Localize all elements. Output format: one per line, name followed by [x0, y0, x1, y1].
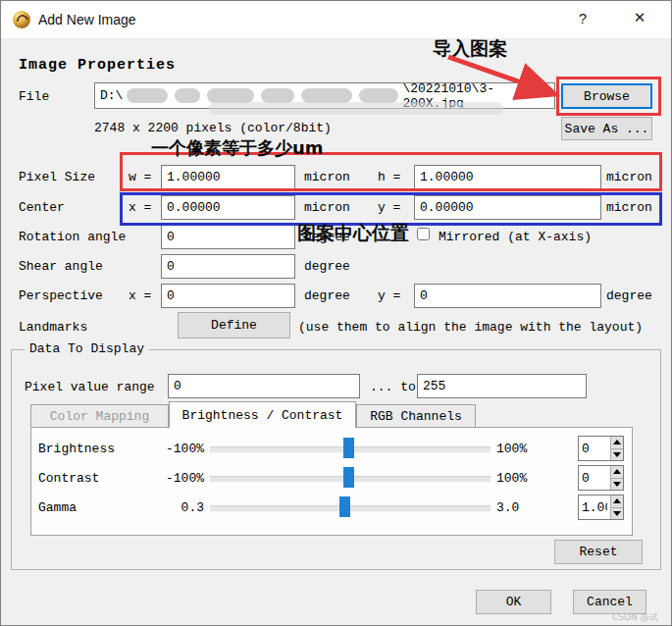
spin-up-button[interactable] — [611, 437, 623, 449]
reset-button[interactable]: Reset — [554, 540, 643, 564]
center-label: Center — [19, 200, 65, 215]
center-x-input[interactable] — [161, 195, 295, 220]
define-button[interactable]: Define — [178, 312, 290, 339]
contrast-min-label: -100% — [148, 471, 204, 486]
landmarks-hint: (use them to align the image with the la… — [298, 320, 643, 335]
titlebar: Add New Image ? ✕ — [1, 1, 671, 39]
image-size-info: 2748 x 2200 pixels (color/8bit) — [94, 121, 332, 135]
redaction-blob — [207, 88, 254, 103]
close-icon[interactable]: ✕ — [629, 9, 650, 30]
file-label: File — [19, 89, 49, 104]
pixel-size-h-input[interactable] — [414, 165, 601, 189]
mirrored-label: Mirrored (at X-axis) — [439, 230, 592, 244]
pixel-value-range-label: Pixel value range — [25, 380, 155, 394]
redaction-blob — [175, 88, 200, 103]
help-button[interactable]: ? — [573, 10, 593, 29]
perspective-x-input[interactable] — [161, 284, 295, 308]
brightness-max-label: 100% — [496, 442, 527, 456]
spin-down-button[interactable] — [611, 449, 623, 461]
pixel-size-w-input[interactable] — [161, 165, 295, 189]
perspective-x-unit: degree — [304, 288, 350, 303]
pixel-size-w-prefix: w = — [129, 170, 151, 184]
contrast-spinner[interactable] — [578, 465, 624, 491]
perspective-y-prefix: y = — [378, 288, 400, 303]
perspective-y-input[interactable] — [414, 284, 601, 308]
landmarks-label: Landmarks — [19, 320, 87, 335]
gamma-min-label: 0.3 — [148, 500, 204, 515]
perspective-y-unit: degree — [606, 288, 652, 303]
contrast-label: Contrast — [38, 471, 99, 486]
perspective-x-prefix: x = — [129, 288, 151, 303]
tab-color-mapping[interactable]: Color Mapping — [30, 404, 169, 428]
redaction-blob — [261, 88, 294, 103]
center-x-unit: micron — [304, 200, 350, 215]
center-x-prefix: x = — [129, 200, 151, 215]
pixel-size-w-unit: micron — [304, 170, 350, 184]
add-new-image-dialog: Add New Image ? ✕ Image Properties File … — [0, 0, 672, 626]
ok-button[interactable]: OK — [476, 590, 551, 614]
spin-up-button[interactable] — [611, 496, 623, 508]
save-as-button[interactable]: Save As ... — [561, 117, 652, 140]
center-y-prefix: y = — [378, 200, 400, 215]
section-title: Image Properties — [19, 57, 176, 74]
annotation-center-hint: 图案中心位置 — [297, 221, 409, 246]
watermark: CSDN @试 — [612, 611, 658, 624]
gamma-slider-thumb[interactable] — [339, 496, 350, 517]
center-y-unit: micron — [606, 200, 652, 215]
brightness-min-label: -100% — [148, 442, 204, 456]
file-path-prefix: D:\ — [100, 88, 123, 103]
shear-angle-label: Shear angle — [19, 259, 103, 274]
data-to-display-title: Data To Display — [25, 341, 149, 356]
shear-angle-input[interactable] — [161, 254, 295, 279]
pixel-value-max-input[interactable] — [417, 374, 587, 398]
arrow-down-icon — [613, 482, 621, 487]
brightness-value-input[interactable] — [579, 437, 610, 460]
redaction-blob — [359, 88, 398, 103]
pixel-size-label: Pixel Size — [19, 170, 95, 184]
spin-down-button[interactable] — [611, 508, 623, 520]
tab-rgb-channels[interactable]: RGB Channels — [356, 404, 476, 428]
redaction-blobs — [127, 88, 398, 103]
pixel-value-min-input[interactable] — [168, 374, 360, 398]
perspective-label: Perspective — [19, 288, 103, 303]
range-separator: ... to — [370, 380, 416, 394]
annotation-import-label: 导入图案 — [433, 36, 507, 62]
gamma-max-label: 3.0 — [496, 500, 519, 515]
window-title: Add New Image — [38, 12, 136, 27]
redaction-blob — [301, 88, 352, 103]
arrow-up-icon — [613, 469, 621, 474]
gamma-spinner[interactable] — [578, 495, 624, 520]
app-icon — [13, 11, 30, 28]
tab-brightness-contrast[interactable]: Brightness / Contrast — [169, 401, 356, 428]
shear-angle-unit: degree — [304, 259, 350, 274]
pixel-size-h-prefix: h = — [378, 170, 400, 184]
contrast-value-input[interactable] — [579, 466, 610, 490]
redaction-blob — [127, 88, 168, 103]
contrast-max-label: 100% — [496, 471, 527, 486]
brightness-label: Brightness — [38, 442, 115, 456]
gamma-label: Gamma — [38, 500, 77, 515]
brightness-slider-thumb[interactable] — [343, 438, 354, 458]
arrow-up-icon — [613, 440, 621, 444]
gamma-slider-track[interactable] — [210, 505, 491, 512]
gamma-value-input[interactable] — [579, 496, 610, 519]
redaction-blob — [209, 102, 503, 115]
mirrored-checkbox[interactable] — [417, 228, 430, 240]
spin-up-button[interactable] — [611, 466, 623, 479]
arrow-down-icon — [613, 511, 621, 516]
center-y-input[interactable] — [414, 195, 601, 220]
rotation-angle-label: Rotation angle — [19, 230, 126, 244]
browse-button[interactable]: Browse — [561, 83, 652, 109]
pixel-size-h-unit: micron — [606, 170, 652, 184]
rotation-angle-input[interactable] — [161, 225, 295, 249]
arrow-up-icon — [613, 498, 621, 503]
brightness-spinner[interactable] — [578, 436, 624, 461]
spin-down-button[interactable] — [611, 479, 623, 491]
annotation-pixel-hint: 一个像素等于多少um — [151, 136, 324, 160]
contrast-slider-thumb[interactable] — [343, 467, 354, 488]
arrow-down-icon — [613, 452, 621, 457]
